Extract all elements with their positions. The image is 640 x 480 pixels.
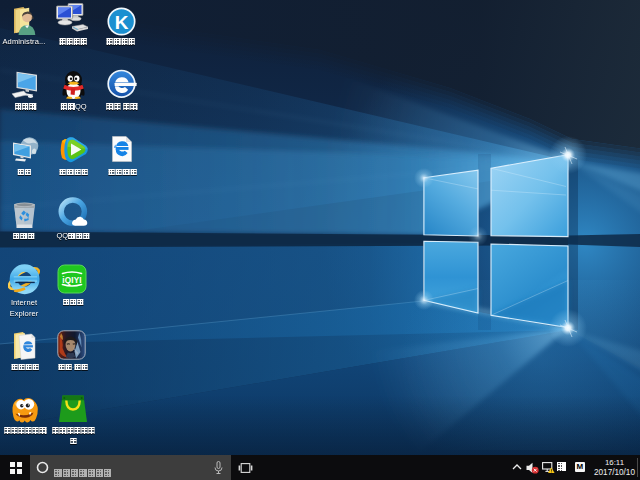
svg-text:iQIYI: iQIYI (62, 276, 82, 285)
svg-text:K: K (114, 11, 128, 32)
